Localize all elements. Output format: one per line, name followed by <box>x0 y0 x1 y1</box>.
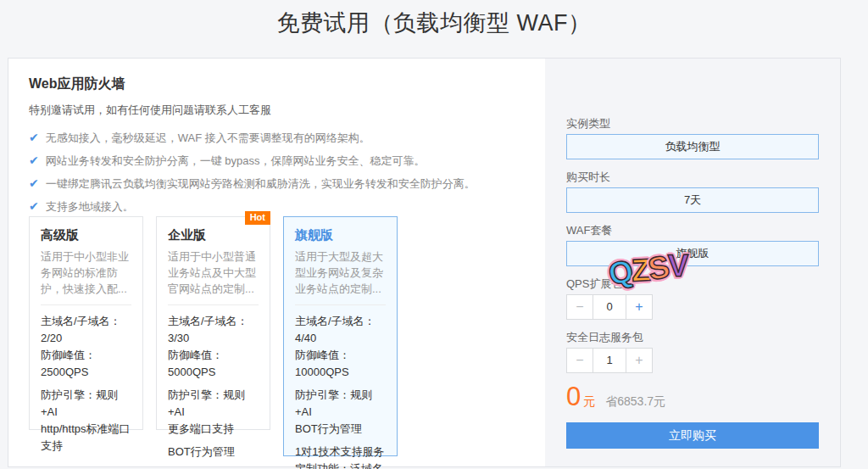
log-pack-stepper: − 1 + <box>566 348 819 373</box>
plan-divider <box>295 304 386 305</box>
plan-desc: 适用于大型及超大型业务网站及复杂业务站点的定制... <box>295 248 386 297</box>
price-savings: 省6853.7元 <box>605 394 665 410</box>
waf-trial-page: 免费试用（负载均衡型 WAF） Web应用防火墙 特别邀请试用，如有任何使用问题… <box>0 0 868 469</box>
plan-divider <box>168 304 259 305</box>
plan-specs: BOT行为管理 <box>168 444 259 461</box>
duration-label: 购买时长 <box>566 170 819 183</box>
plan-specs: 1对1技术支持服务 定制功能：泛域名支持 <box>295 444 386 469</box>
check-icon: ✔ <box>29 131 39 144</box>
plan-list: 高级版 适用于中小型非业务网站的标准防护，快速接入配... 主域名/子域名：2/… <box>29 216 398 456</box>
plan-card-premium[interactable]: 高级版 适用于中小型非业务网站的标准防护，快速接入配... 主域名/子域名：2/… <box>29 216 143 430</box>
plan-name: 旗舰版 <box>295 227 386 243</box>
plan-specs: 主域名/子域名：2/20 防御峰值：2500QPS <box>41 313 131 381</box>
check-icon: ✔ <box>29 154 39 167</box>
product-title: Web应用防火墙 <box>29 75 125 93</box>
plan-divider <box>41 304 131 305</box>
log-pack-value[interactable]: 1 <box>593 348 626 373</box>
price-unit: 元 <box>583 394 595 410</box>
instance-type-label: 实例类型 <box>566 117 819 130</box>
plan-name: 企业版 <box>168 227 259 243</box>
price-amount: 0 <box>566 384 581 410</box>
main-card: Web应用防火墙 特别邀请试用，如有任何使用问题请联系人工客服 ✔无感知接入，毫… <box>8 58 841 467</box>
feature-text: 一键绑定腾讯云负载均衡实现网站旁路检测和威胁清洗，实现业务转发和安全防护分离。 <box>46 177 476 190</box>
log-pack-label: 安全日志服务包 <box>566 331 819 343</box>
qps-pack-label: QPS扩展包 <box>566 277 819 290</box>
feature-item: ✔无感知接入，毫秒级延迟，WAF 接入不需要调整现有的网络架构。 <box>29 126 476 149</box>
plan-card-enterprise[interactable]: Hot 企业版 适用于中小型普通业务站点及中大型官网站点的定制... 主域名/子… <box>156 216 270 430</box>
plan-specs: 防护引擎：规则+AI 更多端口支持 <box>168 387 259 438</box>
plan-name: 高级版 <box>41 227 131 243</box>
check-icon: ✔ <box>29 176 39 190</box>
plus-icon[interactable]: + <box>626 348 653 373</box>
product-subtitle: 特别邀请试用，如有任何使用问题请联系人工客服 <box>29 103 271 118</box>
minus-icon[interactable]: − <box>566 294 593 320</box>
minus-icon[interactable]: − <box>566 348 593 373</box>
plan-desc: 适用于中小型普通业务站点及中大型官网站点的定制... <box>168 248 259 297</box>
waf-package-select[interactable]: 旗舰版 <box>566 241 819 266</box>
plan-card-ultimate-selected[interactable]: 旗舰版 适用于大型及超大型业务网站及复杂业务站点的定制... 主域名/子域名：4… <box>283 216 398 456</box>
duration-select[interactable]: 7天 <box>566 187 819 213</box>
feature-text: 支持多地域接入。 <box>46 200 134 213</box>
instance-type-select[interactable]: 负载均衡型 <box>566 134 819 159</box>
plan-desc: 适用于中小型非业务网站的标准防护，快速接入配... <box>41 248 131 297</box>
feature-list: ✔无感知接入，毫秒级延迟，WAF 接入不需要调整现有的网络架构。 ✔网站业务转发… <box>29 126 476 218</box>
waf-package-label: WAF套餐 <box>566 224 819 237</box>
plus-icon[interactable]: + <box>626 294 653 320</box>
qps-pack-value[interactable]: 0 <box>593 294 626 320</box>
page-title: 免费试用（负载均衡型 WAF） <box>0 8 868 38</box>
order-sidebar: 实例类型 负载均衡型 购买时长 7天 WAF套餐 旗舰版 QPS扩展包 − 0 … <box>545 59 840 466</box>
feature-item: ✔网站业务转发和安全防护分离，一键 bypass，保障网站业务安全、稳定可靠。 <box>29 149 476 172</box>
plan-specs: 防护引擎：规则+AI BOT行为管理 <box>295 387 386 438</box>
qps-pack-stepper: − 0 + <box>566 294 819 320</box>
feature-item: ✔一键绑定腾讯云负载均衡实现网站旁路检测和威胁清洗，实现业务转发和安全防护分离。 <box>29 172 476 195</box>
buy-now-button[interactable]: 立即购买 <box>566 422 819 449</box>
plan-specs: 主域名/子域名：3/30 防御峰值：5000QPS <box>168 313 259 381</box>
plan-specs: 防护引擎：规则+AI http/https标准端口支持 <box>41 387 131 455</box>
feature-text: 无感知接入，毫秒级延迟，WAF 接入不需要调整现有的网络架构。 <box>46 131 370 144</box>
check-icon: ✔ <box>29 199 39 213</box>
hot-badge: Hot <box>245 211 270 225</box>
price-row: 0 元 省6853.7元 <box>566 384 819 410</box>
feature-text: 网站业务转发和安全防护分离，一键 bypass，保障网站业务安全、稳定可靠。 <box>46 154 426 167</box>
plan-specs: 主域名/子域名：4/40 防御峰值：10000QPS <box>295 313 386 381</box>
